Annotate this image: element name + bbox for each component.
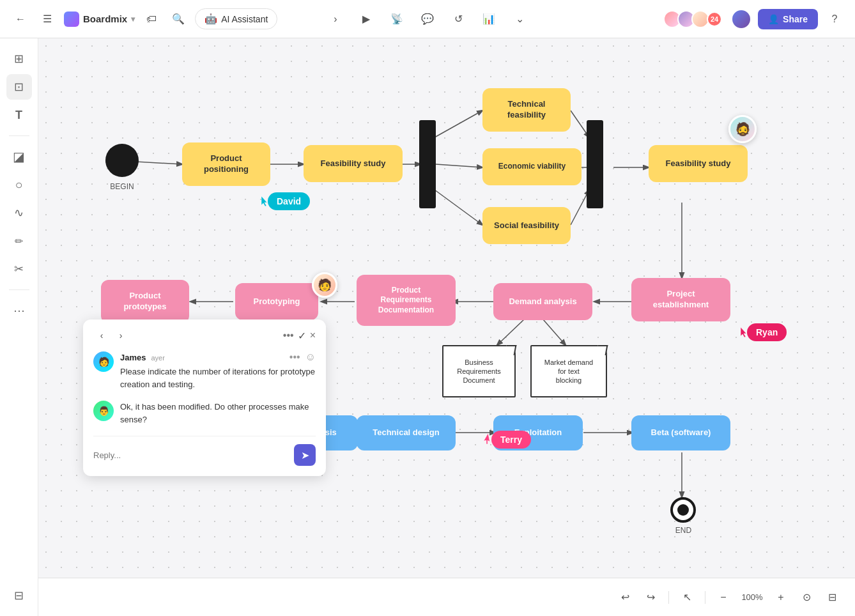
project-establishment-label: Projectestablishment [653, 289, 709, 311]
more-center-button[interactable]: ⌄ [509, 9, 530, 29]
sidebar-item-sticky[interactable]: ◪ [6, 144, 32, 169]
node-social-feasibility[interactable]: Social feasibility [482, 207, 571, 244]
chart-button[interactable]: 📊 [479, 9, 499, 29]
node-project-establishment[interactable]: Projectestablishment [631, 278, 730, 321]
node-beta-software[interactable]: Beta (software) [631, 415, 730, 450]
sidebar-item-more[interactable]: ⋯ [6, 298, 32, 323]
sidebar-item-shape[interactable]: ○ [6, 172, 32, 197]
logo-icon [64, 12, 79, 27]
zoom-in-button[interactable]: + [771, 587, 791, 608]
node-demand-analysis[interactable]: Demand analysis [493, 283, 592, 320]
broadcast-button[interactable]: 📡 [387, 9, 407, 29]
profile-avatar-topright: 🧔 [728, 115, 757, 143]
sidebar-item-pen[interactable]: ✏ [6, 228, 32, 254]
node-technical-feasibility[interactable]: Technicalfeasibility [482, 88, 571, 132]
topbar: ← ☰ Boardmix ▾ 🏷 🔍 🤖 AI Assistant › ▶ 📡 … [0, 0, 855, 38]
doc-market-demand[interactable]: Market demandfor textblocking [530, 345, 607, 397]
comment-panel: ‹ › ••• ✓ × 🧑 James ayer ••• ☺ Please in… [83, 320, 326, 476]
product-prototypes-label: Productprototypes [123, 291, 166, 312]
beta-software-label: Beta (software) [651, 427, 711, 438]
node-product-requirements[interactable]: ProductRequirementsDocumentation [357, 275, 456, 326]
node-economic-viability[interactable]: Economic viability [482, 148, 582, 185]
avatar-count: 24 [707, 12, 722, 27]
play-button[interactable]: ▶ [356, 9, 376, 29]
comment-author-row-james: James ayer ••• ☺ [120, 351, 316, 363]
fit-screen-button[interactable]: ⊙ [796, 587, 817, 608]
doc-business-requirements[interactable]: BusinessRequirementsDocument [442, 345, 516, 397]
node-product-positioning[interactable]: Productpositioning [182, 142, 270, 186]
sidebar-item-select[interactable]: ⊡ [6, 74, 32, 100]
svg-line-5 [435, 190, 482, 225]
comment-next-button[interactable]: › [112, 327, 129, 344]
technical-design-label: Technical design [373, 427, 440, 438]
node-product-prototypes[interactable]: Productprototypes [101, 280, 189, 323]
history-button[interactable]: ↺ [448, 9, 468, 29]
comment-author-james: James [120, 353, 146, 362]
menu-button[interactable]: ☰ [37, 9, 58, 29]
search-button[interactable]: 🔍 [168, 9, 189, 29]
sidebar-item-text[interactable]: T [6, 102, 32, 128]
comment-emoji-james[interactable]: ☺ [305, 351, 316, 363]
sidebar-item-table[interactable]: ⊟ [6, 583, 32, 608]
chat-button[interactable]: 💬 [417, 9, 438, 29]
navigate-button[interactable]: › [325, 9, 346, 29]
svg-line-16 [543, 320, 566, 345]
node-technical-design[interactable]: Technical design [357, 415, 456, 450]
svg-line-15 [497, 320, 524, 345]
send-icon: ➤ [301, 449, 309, 461]
comment-prev-button[interactable]: ‹ [93, 327, 110, 344]
cursor-ryan-label: Ryan [747, 323, 787, 341]
node-exploitation[interactable]: Exploitation [493, 415, 583, 450]
sidebar-item-frames[interactable]: ⊞ [6, 46, 32, 72]
comment-check-button[interactable]: ✓ [298, 330, 306, 342]
zoom-out-button[interactable]: − [713, 587, 734, 608]
product-requirements-label: ProductRequirementsDocumentation [378, 286, 434, 316]
layout-button[interactable]: ⊟ [822, 587, 842, 608]
ai-assistant-button[interactable]: 🤖 AI Assistant [195, 8, 277, 29]
product-positioning-label: Productpositioning [204, 153, 249, 175]
end-node[interactable] [670, 497, 696, 523]
prototyping-avatar: 🧑 [312, 272, 337, 298]
node-prototyping[interactable]: Prototyping [235, 283, 318, 320]
comment-input[interactable] [93, 450, 289, 460]
sidebar-item-connector[interactable]: ✂ [6, 256, 32, 282]
dropdown-icon: ▾ [131, 15, 135, 24]
comment-send-button[interactable]: ➤ [294, 444, 316, 466]
parallel-gate-1 [419, 120, 436, 208]
avatar-group: 24 [663, 10, 722, 28]
begin-node[interactable] [105, 144, 139, 177]
comment-item-1: 🧑 James ayer ••• ☺ Please indicate the n… [93, 351, 316, 390]
undo-button[interactable]: ↩ [615, 587, 635, 608]
comment-avatar-reply: 👨 [93, 401, 114, 421]
comment-more-james[interactable]: ••• [289, 351, 300, 363]
canvas[interactable]: BEGIN Productpositioning Feasibility stu… [38, 38, 855, 578]
cursor-terry: Terry [482, 433, 495, 449]
bottombar: ↩ ↪ ↖ − 100% + ⊙ ⊟ [38, 578, 855, 616]
comment-text-james: Please indicate the number of iterations… [120, 366, 316, 390]
comment-more-button[interactable]: ••• [283, 330, 294, 341]
share-button[interactable]: 👤 Share [758, 9, 818, 29]
node-feasibility-study-1[interactable]: Feasibility study [304, 145, 403, 182]
comment-input-row: ➤ [93, 436, 316, 466]
tag-button[interactable]: 🏷 [141, 9, 162, 29]
help-button[interactable]: ? [824, 9, 845, 29]
exploitation-label: Exploitation [514, 427, 562, 438]
end-label: END [666, 526, 701, 535]
comment-body-reply: Ok, it has been modified. Do other proce… [120, 401, 316, 426]
redo-button[interactable]: ↪ [640, 587, 661, 608]
cursor-ryan: Ryan [738, 326, 751, 341]
pointer-button[interactable]: ↖ [677, 587, 697, 608]
node-feasibility-study-2[interactable]: Feasibility study [649, 145, 748, 182]
back-button[interactable]: ← [10, 9, 31, 29]
zoom-level[interactable]: 100% [736, 592, 768, 602]
comment-time-james: ayer [151, 354, 164, 362]
social-feasibility-label: Social feasibility [494, 220, 559, 231]
sidebar-divider-2 [9, 289, 29, 290]
prototyping-label: Prototyping [254, 296, 300, 307]
parallel-gate-2 [587, 120, 603, 208]
topbar-center: › ▶ 📡 💬 ↺ 📊 ⌄ [325, 9, 530, 29]
comment-navigation: ‹ › [93, 327, 129, 344]
ai-icon: 🤖 [204, 13, 217, 25]
comment-close-button[interactable]: × [310, 330, 316, 341]
sidebar-item-curve[interactable]: ∿ [6, 200, 32, 226]
